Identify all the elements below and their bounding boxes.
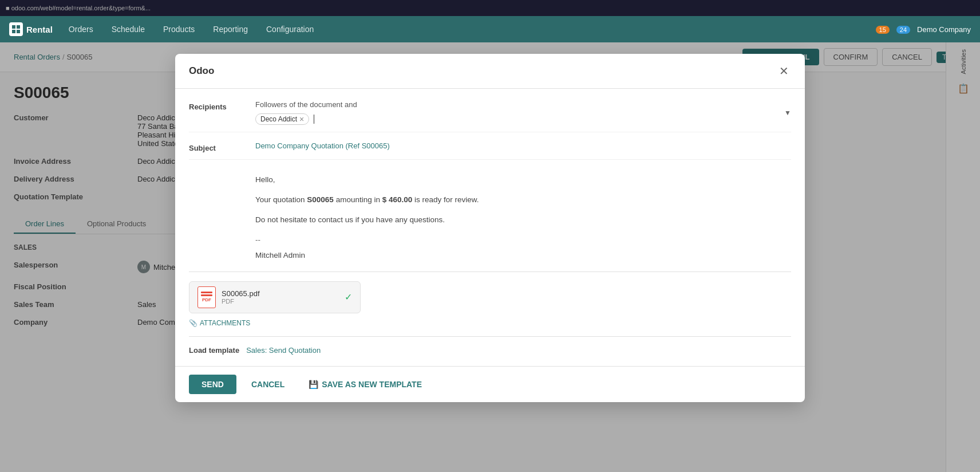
input-cursor: [314, 115, 314, 124]
email-content-line2: Do not hesitate to contact us if you hav…: [255, 214, 791, 227]
email-pre: Your quotation: [255, 195, 307, 204]
top-nav: ■ odoo.com/web#model=rental.order&type=f…: [0, 0, 980, 16]
content-area: Rental Orders / S00065 SEND BY EMAIL CON…: [0, 42, 980, 472]
subject-content: [255, 141, 791, 150]
email-post: is ready for review.: [412, 195, 479, 204]
modal-header: Odoo ✕: [175, 54, 805, 89]
attachment-card[interactable]: PDF S00065.pdf PDF ✓: [189, 281, 361, 313]
recipients-row: Recipients Followers of the document and…: [189, 100, 791, 132]
email-signature: Mitchell Admin: [255, 249, 791, 262]
email-content-line1: Your quotation S00065 amounting in $ 460…: [255, 194, 791, 207]
attachment-type: PDF: [222, 298, 339, 305]
attachment-info: S00065.pdf PDF: [222, 289, 339, 305]
nav-schedule[interactable]: Schedule: [105, 21, 152, 37]
email-separator: --: [255, 234, 791, 247]
send-button[interactable]: SEND: [189, 375, 236, 394]
modal-title: Odoo: [189, 65, 214, 77]
pdf-icon: PDF: [197, 286, 216, 308]
save-template-label: SAVE AS NEW TEMPLATE: [322, 380, 422, 389]
subject-input[interactable]: [255, 141, 791, 150]
modal-cancel-button[interactable]: CANCEL: [242, 375, 294, 394]
svg-rect-0: [12, 25, 15, 29]
subject-row: Subject: [189, 141, 791, 160]
company-name: Demo Company: [917, 25, 971, 34]
attachment-check-icon: ✓: [345, 292, 352, 302]
email-bold1: S00065: [307, 195, 334, 204]
attachment-filename: S00065.pdf: [222, 289, 339, 298]
email-body: Hello, Your quotation S00065 amounting i…: [189, 169, 791, 272]
pdf-bar1: [201, 292, 212, 293]
subject-label: Subject: [189, 141, 246, 152]
attachments-label: ATTACHMENTS: [200, 319, 250, 327]
load-template-label: Load template: [189, 346, 239, 355]
modal-body: Recipients Followers of the document and…: [175, 89, 805, 366]
email-modal: Odoo ✕ Recipients Followers of the docum…: [175, 54, 805, 402]
pdf-bar2: [201, 294, 212, 296]
notification-blue[interactable]: 24: [896, 25, 910, 34]
nav-products[interactable]: Products: [156, 21, 201, 37]
email-bold2: $ 460.00: [382, 195, 413, 204]
recipient-tag[interactable]: Deco Addict ×: [255, 113, 309, 125]
save-template-icon: 💾: [309, 380, 318, 389]
modal-footer: SEND CANCEL 💾 SAVE AS NEW TEMPLATE: [175, 366, 805, 402]
nav-configuration[interactable]: Configuration: [259, 21, 321, 37]
app-logo[interactable]: Rental: [9, 22, 53, 36]
nav-right: 15 24 Demo Company: [876, 25, 971, 34]
load-template-value[interactable]: Sales: Send Quotation: [246, 346, 321, 355]
recipients-dropdown-arrow[interactable]: ▼: [784, 109, 791, 117]
app-name: Rental: [26, 25, 53, 34]
load-template-row: Load template Sales: Send Quotation: [189, 346, 791, 355]
svg-rect-3: [17, 30, 20, 33]
recipients-content: Followers of the document and Deco Addic…: [255, 100, 775, 125]
tag-remove-icon[interactable]: ×: [299, 115, 304, 123]
notification-orange[interactable]: 15: [876, 25, 890, 34]
nav-reporting[interactable]: Reporting: [206, 21, 255, 37]
svg-rect-1: [17, 25, 20, 29]
recipients-text: Followers of the document and: [255, 100, 775, 109]
email-mid: amounting in: [334, 195, 382, 204]
main-nav: Rental Orders Schedule Products Reportin…: [0, 16, 980, 42]
modal-overlay: Odoo ✕ Recipients Followers of the docum…: [0, 42, 980, 472]
recipient-tag-label: Deco Addict: [260, 115, 297, 123]
modal-close-button[interactable]: ✕: [777, 63, 791, 79]
attachments-link[interactable]: 📎 ATTACHMENTS: [189, 319, 791, 327]
paperclip-icon: 📎: [189, 319, 197, 327]
attachment-section: PDF S00065.pdf PDF ✓ 📎 ATTACHMENTS: [189, 281, 791, 337]
save-template-button[interactable]: 💾 SAVE AS NEW TEMPLATE: [299, 375, 431, 394]
email-greeting: Hello,: [255, 174, 791, 187]
svg-rect-2: [12, 30, 15, 33]
pdf-label: PDF: [202, 297, 211, 302]
nav-orders[interactable]: Orders: [62, 21, 100, 37]
grid-icon: [9, 22, 23, 36]
url-bar: ■ odoo.com/web#model=rental.order&type=f…: [6, 5, 151, 11]
recipients-label: Recipients: [189, 100, 246, 111]
